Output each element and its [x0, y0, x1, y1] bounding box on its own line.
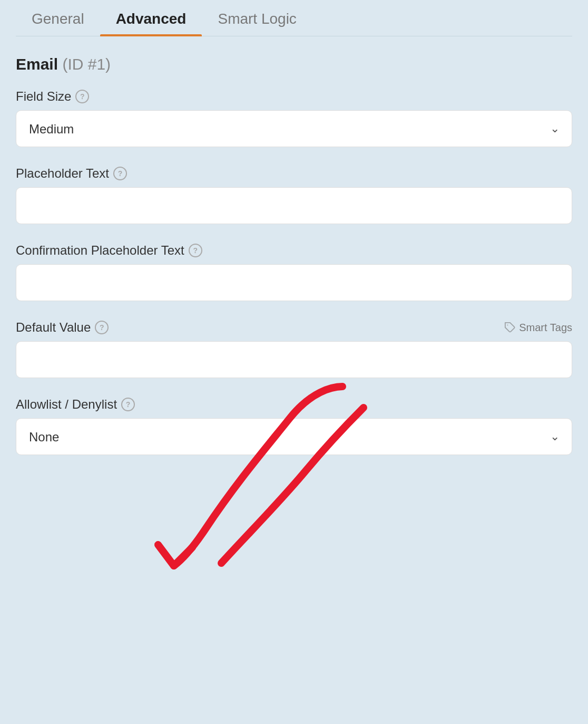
default-value-help-icon[interactable]: ?: [95, 321, 109, 334]
placeholder-text-input[interactable]: [16, 187, 572, 224]
field-size-select-wrapper: Medium Small Large ⌄: [16, 110, 572, 147]
confirmation-placeholder-label: Confirmation Placeholder Text: [16, 243, 184, 258]
placeholder-text-label: Placeholder Text: [16, 166, 109, 181]
default-value-label: Default Value: [16, 320, 91, 335]
field-size-label-row: Field Size ?: [16, 89, 572, 104]
tab-smart-logic[interactable]: Smart Logic: [202, 5, 312, 36]
tag-icon: [504, 322, 516, 333]
confirmation-placeholder-help-icon[interactable]: ?: [189, 244, 202, 257]
placeholder-text-label-row: Placeholder Text ?: [16, 166, 572, 181]
confirmation-placeholder-label-row: Confirmation Placeholder Text ?: [16, 243, 572, 258]
tab-general[interactable]: General: [16, 5, 100, 36]
page-container: General Advanced Smart Logic Email (ID #…: [0, 0, 588, 724]
smart-tags-label: Smart Tags: [519, 322, 572, 334]
default-value-label-left: Default Value ?: [16, 320, 109, 335]
allowlist-denylist-select[interactable]: None Allowlist Denylist: [16, 418, 572, 455]
placeholder-text-group: Placeholder Text ?: [16, 166, 572, 224]
annotation-arrow: [68, 376, 385, 576]
allowlist-denylist-select-wrapper: None Allowlist Denylist ⌄: [16, 418, 572, 455]
confirmation-placeholder-input[interactable]: [16, 264, 572, 301]
confirmation-placeholder-group: Confirmation Placeholder Text ?: [16, 243, 572, 301]
allowlist-denylist-label: Allowlist / Denylist: [16, 397, 117, 412]
field-size-label: Field Size: [16, 89, 71, 104]
default-value-group: Default Value ? Smart Tags: [16, 320, 572, 378]
allowlist-denylist-chevron-icon: ⌄: [550, 430, 560, 443]
tab-bar: General Advanced Smart Logic: [16, 0, 572, 36]
default-value-input[interactable]: [16, 341, 572, 378]
field-size-select[interactable]: Medium Small Large: [16, 110, 572, 147]
allowlist-denylist-label-row: Allowlist / Denylist ?: [16, 397, 572, 412]
section-title: Email: [16, 55, 58, 73]
field-size-help-icon[interactable]: ?: [75, 90, 89, 103]
field-size-group: Field Size ? Medium Small Large ⌄: [16, 89, 572, 147]
allowlist-denylist-group: Allowlist / Denylist ? None Allowlist De…: [16, 397, 572, 455]
default-value-label-row: Default Value ? Smart Tags: [16, 320, 572, 335]
field-id: (ID #1): [62, 55, 111, 73]
placeholder-text-help-icon[interactable]: ?: [113, 167, 127, 180]
tab-advanced[interactable]: Advanced: [100, 5, 202, 36]
allowlist-denylist-help-icon[interactable]: ?: [121, 398, 135, 411]
section-heading: Email (ID #1): [16, 55, 572, 73]
smart-tags-link[interactable]: Smart Tags: [504, 322, 572, 334]
